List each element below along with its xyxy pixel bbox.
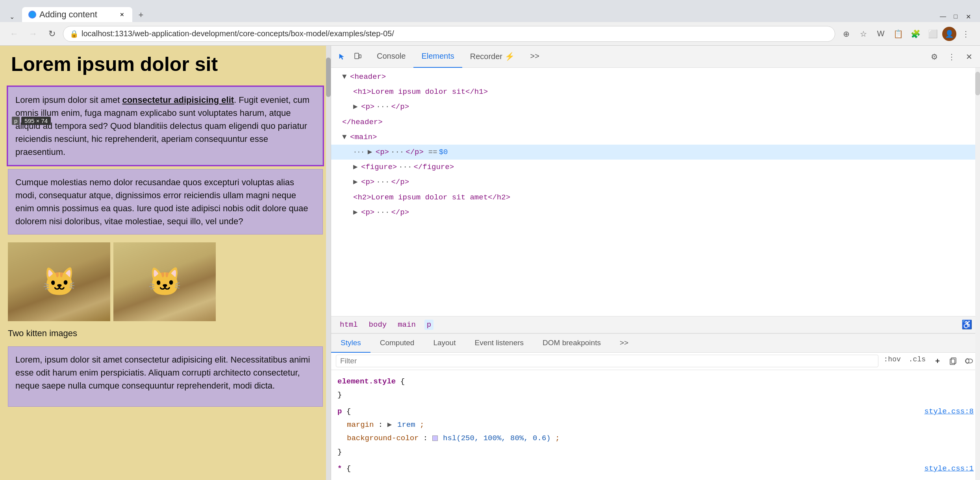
dom-h2[interactable]: <h2>Lorem ipsum dolor sit amet</h2>	[331, 190, 980, 205]
bookmark-icon-button[interactable]: ☆	[856, 26, 871, 42]
share-icon-button[interactable]: ⊕	[838, 26, 854, 42]
dom-breakpoints-tab[interactable]: DOM breakpoints	[533, 334, 610, 353]
readinglist-icon-button[interactable]: 📋	[890, 26, 906, 42]
breadcrumb-body[interactable]: body	[367, 320, 389, 330]
more-options-button[interactable]: ⋮	[958, 26, 974, 42]
size-tooltip: 595 × 74	[21, 117, 51, 125]
layout-tab[interactable]: Layout	[424, 334, 465, 353]
refresh-button[interactable]: ↻	[44, 26, 60, 42]
expand-figure-triangle[interactable]	[353, 160, 359, 174]
back-button[interactable]: ←	[6, 26, 22, 42]
maximize-button[interactable]: □	[950, 11, 961, 22]
breadcrumb-main[interactable]: main	[395, 320, 418, 330]
element-style-rule: element.style { }	[331, 373, 980, 403]
walletw-icon-button[interactable]: W	[873, 26, 889, 42]
filter-tags: :hov .cls +	[882, 355, 975, 367]
browser-tab[interactable]: 🌐 Adding content ✕	[22, 7, 132, 22]
devtools-panel: Console Elements Recorder ⚡ >> ⚙ ⋮ ✕	[331, 46, 980, 480]
expand-p2-triangle[interactable]	[353, 175, 359, 189]
ellipsis-icon: ···	[353, 147, 365, 158]
inspect-element-button[interactable]	[334, 49, 350, 65]
chevron-button[interactable]: ⌄	[6, 11, 17, 22]
svg-rect-0	[355, 53, 359, 59]
computed-tab[interactable]: Computed	[371, 334, 424, 353]
cursor-icon	[338, 52, 346, 61]
devtools-toolbar: Console Elements Recorder ⚡ >> ⚙ ⋮ ✕	[331, 46, 980, 68]
more-styles-tabs[interactable]: >>	[610, 334, 638, 353]
add-style-button[interactable]: +	[931, 355, 944, 367]
expand-header-triangle[interactable]	[342, 70, 348, 84]
scrollbar-track[interactable]	[326, 46, 331, 480]
recorder-tab[interactable]: Recorder ⚡	[462, 46, 522, 68]
kitten-image-2: 🐱	[113, 242, 216, 321]
minimize-button[interactable]: —	[937, 11, 949, 22]
copy-style-button[interactable]	[947, 355, 960, 367]
console-tab[interactable]: Console	[369, 46, 413, 68]
dom-p-final[interactable]: <p> ··· </p>	[331, 205, 980, 220]
breadcrumb-p[interactable]: p	[424, 320, 433, 330]
dom-p-after-figure[interactable]: <p> ··· </p>	[331, 175, 980, 190]
profile-avatar[interactable]: 👤	[942, 27, 956, 41]
browser-header: ⌄ 🌐 Adding content ✕ + — □ ✕ ← → ↻ 🔒	[0, 0, 980, 46]
navigation-toolbar: ← → ↻ 🔒 localhost:1313/web-application-d…	[0, 22, 980, 46]
wildcard-source-link[interactable]: style.css:1	[924, 462, 974, 475]
devtools-more-button[interactable]: ⋮	[944, 49, 960, 65]
dom-header-open[interactable]: <header>	[331, 69, 980, 84]
toggle-icon	[965, 357, 973, 365]
more-tabs-button[interactable]: >>	[522, 46, 547, 68]
styles-scrollbar-track[interactable]	[975, 288, 980, 480]
page-heading: Lorem ipsum dolor sit	[0, 46, 331, 83]
hov-filter[interactable]: :hov	[882, 355, 903, 367]
extensions-icon-button[interactable]: 🧩	[908, 26, 923, 42]
close-window-button[interactable]: ✕	[963, 11, 974, 22]
address-bar[interactable]: 🔒 localhost:1313/web-application-develop…	[63, 26, 835, 42]
expand-p3-triangle[interactable]	[353, 206, 359, 219]
device-mode-button[interactable]	[350, 49, 366, 65]
scrollbar-thumb[interactable]	[326, 58, 331, 97]
styles-filter-input[interactable]	[336, 355, 878, 367]
style-toggle-button[interactable]	[963, 355, 975, 367]
styles-section: Styles Computed Layout Event listeners D…	[331, 333, 980, 480]
copy-icon	[949, 357, 957, 365]
expand-p-main-triangle[interactable]	[368, 145, 374, 159]
webpage-wrapper: Lorem ipsum dolor sit Lorem ipsum dolor …	[0, 46, 331, 480]
dom-p-header[interactable]: <p> ··· </p>	[331, 99, 980, 114]
dom-figure[interactable]: <figure> ··· </figure>	[331, 160, 980, 175]
property-name-bg: background-color	[347, 434, 419, 443]
property-name: margin	[347, 420, 374, 429]
margin-expand[interactable]: ▶	[387, 418, 393, 432]
expand-p-triangle[interactable]	[353, 100, 359, 113]
close-devtools-button[interactable]: ✕	[961, 49, 977, 65]
style-source-link[interactable]: style.css:8	[924, 405, 974, 418]
cls-filter[interactable]: .cls	[906, 355, 928, 367]
device-mode-icon	[354, 52, 362, 61]
color-swatch[interactable]	[432, 435, 438, 441]
styles-tab[interactable]: Styles	[331, 334, 371, 353]
new-tab-button[interactable]: +	[134, 8, 148, 22]
dom-scrollbar-thumb[interactable]	[975, 72, 980, 95]
dom-main-open[interactable]: <main>	[331, 130, 980, 145]
expand-main-triangle[interactable]	[342, 130, 348, 144]
bg-color-value: hsl(250, 100%, 80%, 0.6)	[443, 434, 551, 443]
elements-tab[interactable]: Elements	[413, 46, 462, 68]
sidebar-icon-button[interactable]: ⬜	[925, 26, 941, 42]
dom-p-selected[interactable]: ··· <p> ··· </p> == $0	[331, 145, 980, 160]
url-text: localhost:1313/web-application-developme…	[82, 29, 828, 38]
dom-tree-scroll[interactable]: <header> <h1>Lorem ipsum dolor sit</h1> …	[331, 68, 980, 316]
breadcrumb-html[interactable]: html	[337, 320, 360, 330]
first-paragraph: Lorem ipsum dolor sit amet consectetur a…	[8, 87, 323, 165]
breadcrumb-bar: html body main p ♿	[331, 316, 980, 333]
figure-container: 🐱 🐱	[0, 238, 331, 325]
figure-caption: Two kitten images	[0, 325, 331, 342]
tab-favicon-icon: 🌐	[28, 11, 36, 19]
settings-gear-button[interactable]: ⚙	[926, 49, 942, 65]
browser-window: ⌄ 🌐 Adding content ✕ + — □ ✕ ← → ↻ 🔒	[0, 0, 980, 480]
content-area: Lorem ipsum dolor sit Lorem ipsum dolor …	[0, 46, 980, 480]
tab-close-button[interactable]: ✕	[118, 11, 126, 19]
event-listeners-tab[interactable]: Event listeners	[465, 334, 533, 353]
accessibility-button[interactable]: ♿	[960, 318, 974, 332]
forward-button[interactable]: →	[25, 26, 41, 42]
svg-rect-3	[951, 358, 956, 363]
tab-row: ⌄ 🌐 Adding content ✕ + — □ ✕	[0, 0, 980, 22]
dom-h1[interactable]: <h1>Lorem ipsum dolor sit</h1>	[331, 84, 980, 99]
